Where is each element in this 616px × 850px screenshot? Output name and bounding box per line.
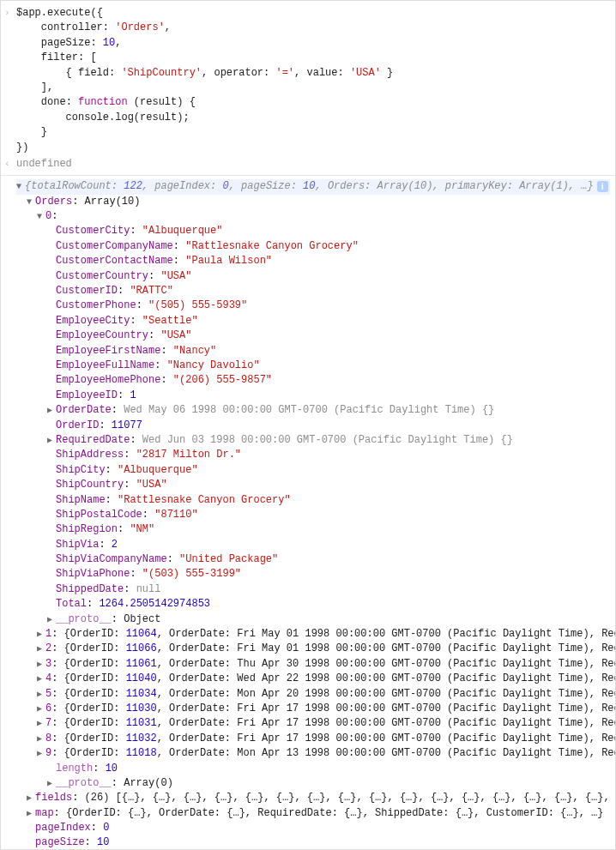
expand-toggle-icon[interactable] bbox=[37, 211, 45, 224]
orders-item-collapsed-row[interactable]: 3: {OrderID: 11061, OrderDate: Thu Apr 3… bbox=[16, 657, 610, 672]
property-row[interactable]: EmployeeID: 1 bbox=[16, 389, 610, 403]
property-row[interactable]: CustomerCountry: "USA" bbox=[16, 269, 610, 284]
info-icon[interactable]: i bbox=[597, 181, 608, 192]
property-row[interactable]: ShipViaPhone: "(503) 555-3199" bbox=[16, 567, 610, 582]
expand-toggle-icon[interactable] bbox=[47, 778, 56, 791]
return-value: undefined bbox=[16, 157, 72, 172]
property-row[interactable]: ShipCountry: "USA" bbox=[16, 478, 610, 492]
expand-toggle-icon[interactable] bbox=[37, 659, 45, 672]
property-row[interactable]: EmployeeHomePhone: "(206) 555-9857" bbox=[16, 373, 610, 388]
property-row[interactable]: EmployeeFirstName: "Nancy" bbox=[16, 344, 610, 359]
length-row[interactable]: length: 10 bbox=[16, 762, 610, 776]
property-row[interactable]: ShipVia: 2 bbox=[16, 538, 610, 552]
expand-toggle-icon[interactable] bbox=[37, 718, 45, 731]
expand-toggle-icon[interactable] bbox=[37, 629, 45, 642]
orders-item-collapsed-row[interactable]: 5: {OrderID: 11034, OrderDate: Mon Apr 2… bbox=[16, 687, 610, 702]
expand-toggle-icon[interactable] bbox=[37, 689, 45, 702]
orders-item-collapsed-row[interactable]: 1: {OrderID: 11064, OrderDate: Fri May 0… bbox=[16, 627, 610, 642]
property-row[interactable]: RequiredDate: Wed Jun 03 1998 00:00:00 G… bbox=[16, 433, 610, 448]
property-row[interactable]: CustomerID: "RATTC" bbox=[16, 284, 610, 298]
expand-toggle-icon[interactable] bbox=[37, 733, 45, 746]
property-row[interactable]: ShipCity: "Albuquerque" bbox=[16, 463, 610, 478]
expand-toggle-icon[interactable] bbox=[27, 808, 35, 821]
expand-toggle-icon[interactable] bbox=[16, 181, 25, 194]
property-row[interactable]: OrderDate: Wed May 06 1998 00:00:00 GMT-… bbox=[16, 403, 610, 418]
console-input: › $app.execute({ controller: 'Orders', p… bbox=[1, 6, 615, 155]
orders-item-0-row[interactable]: 0: bbox=[16, 209, 610, 224]
property-row[interactable]: ShipName: "Rattlesnake Canyon Grocery" bbox=[16, 493, 610, 508]
orders-item-collapsed-row[interactable]: 2: {OrderID: 11066, OrderDate: Fri May 0… bbox=[16, 642, 610, 656]
property-row[interactable]: CustomerPhone: "(505) 555-5939" bbox=[16, 298, 610, 313]
orders-item-collapsed-row[interactable]: 4: {OrderID: 11040, OrderDate: Wed Apr 2… bbox=[16, 672, 610, 686]
expand-toggle-icon[interactable] bbox=[47, 405, 56, 418]
pageindex-row[interactable]: pageIndex: 0 bbox=[16, 821, 610, 835]
expand-toggle-icon[interactable] bbox=[27, 793, 35, 805]
pagesize-row[interactable]: pageSize: 10 bbox=[16, 835, 610, 850]
expand-toggle-icon[interactable] bbox=[37, 703, 45, 716]
orders-item-collapsed-row[interactable]: 6: {OrderID: 11030, OrderDate: Fri Apr 1… bbox=[16, 702, 610, 716]
property-row[interactable]: EmployeeFullName: "Nancy Davolio" bbox=[16, 359, 610, 373]
property-row[interactable]: ShipViaCompanyName: "United Package" bbox=[16, 552, 610, 567]
expand-toggle-icon[interactable] bbox=[27, 196, 35, 209]
console-log-output: {totalRowCount: 122, pageIndex: 0, pageS… bbox=[1, 179, 615, 850]
property-row[interactable]: Total: 1264.2505142974853 bbox=[16, 597, 610, 612]
object-summary-row[interactable]: {totalRowCount: 122, pageIndex: 0, pageS… bbox=[16, 179, 610, 194]
property-row[interactable]: CustomerCity: "Albuquerque" bbox=[16, 224, 610, 238]
expand-toggle-icon[interactable] bbox=[37, 748, 45, 761]
input-marker-icon: › bbox=[4, 7, 10, 21]
proto-row[interactable]: __proto__: Object bbox=[16, 612, 610, 627]
orders-item-collapsed-row[interactable]: 7: {OrderID: 11031, OrderDate: Fri Apr 1… bbox=[16, 716, 610, 731]
property-row[interactable]: EmployeeCity: "Seattle" bbox=[16, 314, 610, 329]
expand-toggle-icon[interactable] bbox=[37, 673, 45, 686]
proto-row[interactable]: __proto__: Array(0) bbox=[16, 776, 610, 791]
property-row[interactable]: OrderID: 11077 bbox=[16, 419, 610, 433]
property-row[interactable]: CustomerContactName: "Paula Wilson" bbox=[16, 254, 610, 268]
expand-toggle-icon[interactable] bbox=[47, 435, 56, 448]
property-row[interactable]: ShipPostalCode: "87110" bbox=[16, 508, 610, 522]
input-code: $app.execute({ controller: 'Orders', pag… bbox=[16, 6, 393, 155]
property-row[interactable]: ShipAddress: "2817 Milton Dr." bbox=[16, 448, 610, 462]
output-marker-icon: ‹ bbox=[4, 158, 10, 172]
console-return: ‹ undefined bbox=[1, 157, 615, 172]
expand-toggle-icon[interactable] bbox=[47, 614, 56, 627]
property-row[interactable]: ShipRegion: "NM" bbox=[16, 522, 610, 537]
orders-array-row[interactable]: Orders: Array(10) bbox=[16, 195, 610, 209]
orders-item-collapsed-row[interactable]: 9: {OrderID: 11018, OrderDate: Mon Apr 1… bbox=[16, 746, 610, 761]
expand-toggle-icon[interactable] bbox=[37, 643, 45, 656]
fields-row[interactable]: fields: (26) [{…}, {…}, {…}, {…}, {…}, {… bbox=[16, 791, 610, 805]
property-row[interactable]: ShippedDate: null bbox=[16, 582, 610, 597]
orders-item-collapsed-row[interactable]: 8: {OrderID: 11032, OrderDate: Fri Apr 1… bbox=[16, 732, 610, 746]
property-row[interactable]: EmployeeCountry: "USA" bbox=[16, 329, 610, 343]
property-row[interactable]: CustomerCompanyName: "Rattlesnake Canyon… bbox=[16, 239, 610, 254]
map-row[interactable]: map: {OrderID: {…}, OrderDate: {…}, Requ… bbox=[16, 806, 610, 821]
divider bbox=[1, 175, 615, 176]
